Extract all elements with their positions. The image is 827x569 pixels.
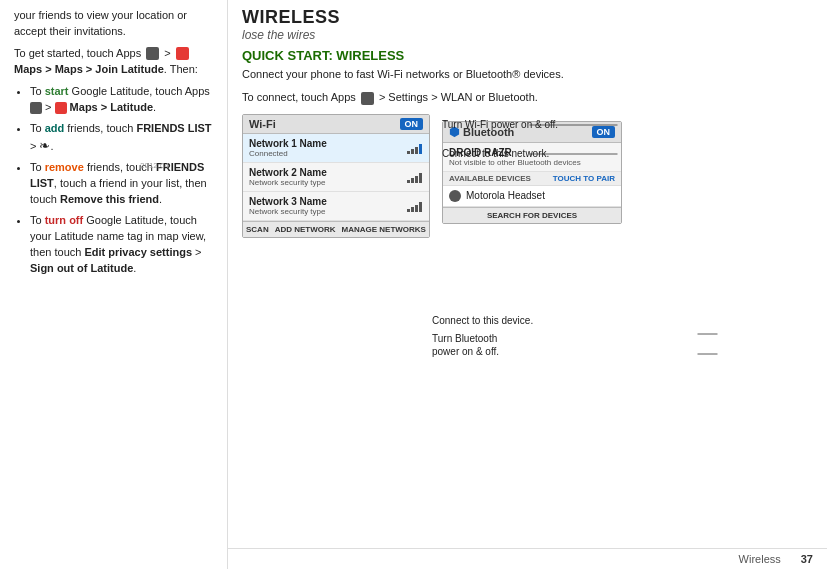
footer-page: 37 <box>801 553 813 565</box>
headset-icon <box>449 190 461 202</box>
connect-text1: Connect your phone to fast Wi-Fi network… <box>242 67 813 82</box>
bt-footer: SEARCH FOR DEVICES <box>443 207 621 223</box>
bt-toggle[interactable]: ON <box>592 126 616 138</box>
diagrams-area: Wi-Fi ON Network 1 Name Connected <box>242 114 813 424</box>
wifi-network-1[interactable]: Network 1 Name Connected <box>243 134 429 163</box>
right-column: WIRELESS lose the wires QUICK START: WIR… <box>228 0 827 569</box>
wifi-header: Wi-Fi ON <box>243 115 429 134</box>
wifi-network-3[interactable]: Network 3 Name Network security type <box>243 192 429 221</box>
wifi-footer: SCAN ADD NETWORK MANAGE NETWORKS <box>243 221 429 237</box>
bt-available-header: AVAILABLE DEVICES TOUCH TO PAIR <box>443 172 621 186</box>
quick-start-title: QUICK START: WIRELESS <box>242 48 813 63</box>
wifi-scan-btn[interactable]: SCAN <box>246 225 269 234</box>
connect-text2: To connect, touch Apps > Settings > WLAN… <box>242 90 813 105</box>
bt-search-btn[interactable]: SEARCH FOR DEVICES <box>487 211 577 220</box>
section-subtitle: lose the wires <box>242 28 813 42</box>
wifi-toggle[interactable]: ON <box>400 118 424 130</box>
maps-icon <box>176 47 189 60</box>
wifi-network-2[interactable]: Network 2 Name Network security type <box>243 163 429 192</box>
footer-section: Wireless <box>739 553 781 565</box>
bt-headset-row[interactable]: Motorola Headset <box>443 186 621 207</box>
wifi-add-btn[interactable]: ADD NETWORK <box>275 225 336 234</box>
bullet-remove: To remove friends, touch FRIENDS LIST, t… <box>30 160 213 208</box>
apps-icon <box>146 47 159 60</box>
get-started-text: To get started, touch Apps > Maps > Maps… <box>14 46 213 78</box>
wifi-on-annotation: Turn Wi-Fi power on & off. <box>442 118 558 131</box>
intro-text: your friends to view your location or ac… <box>14 8 213 40</box>
bullet-add: To add friends, touch FRIENDS LIST > ❧. <box>30 121 213 156</box>
bt-device-annotation: Connect to this device. <box>432 314 533 327</box>
bullet-start: To start Google Latitude, touch Apps > M… <box>30 84 213 116</box>
wifi-network-annotation: Connect to this network. <box>442 147 549 160</box>
footer-bar: Wireless 37 <box>228 548 827 569</box>
section-title: WIRELESS <box>242 8 813 28</box>
wifi-manage-btn[interactable]: MANAGE NETWORKS <box>342 225 426 234</box>
bluetooth-panel: ⬢ Bluetooth ON DROID RAZR Not visible to… <box>442 121 622 224</box>
date-stamp: 2012.04 <box>140 160 169 172</box>
bt-headset-name: Motorola Headset <box>466 190 545 201</box>
bt-power-annotation: Turn Bluetoothpower on & off. <box>432 332 499 358</box>
wifi-panel: Wi-Fi ON Network 1 Name Connected <box>242 114 430 238</box>
wifi-title: Wi-Fi <box>249 118 276 130</box>
bullet-list: To start Google Latitude, touch Apps > M… <box>14 84 213 277</box>
bullet-turnoff: To turn off Google Latitude, touch your … <box>30 213 213 277</box>
wifi-diagram: Wi-Fi ON Network 1 Name Connected <box>242 114 432 238</box>
left-column: your friends to view your location or ac… <box>0 0 228 569</box>
